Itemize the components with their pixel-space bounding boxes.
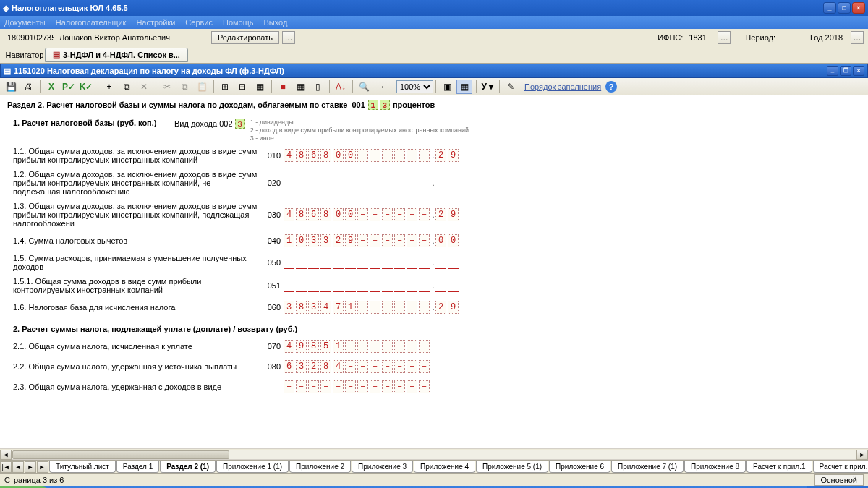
- digit-cell[interactable]: [394, 234, 405, 247]
- digit-cell[interactable]: [308, 380, 319, 393]
- sheet-tab[interactable]: Расчет к прил.5: [813, 461, 868, 473]
- sheet-tab[interactable]: Приложение 5 (1): [476, 461, 548, 473]
- digit-cell[interactable]: [333, 176, 344, 189]
- digit-cell[interactable]: [370, 149, 380, 162]
- digit-cell[interactable]: [296, 176, 307, 189]
- form-icon[interactable]: ▯: [310, 80, 326, 94]
- digit-cell[interactable]: [370, 176, 380, 189]
- help-icon[interactable]: ?: [605, 81, 617, 93]
- digit-cell[interactable]: [382, 208, 393, 221]
- digit-cell[interactable]: 4: [284, 149, 294, 162]
- digit-cell[interactable]: [419, 380, 430, 393]
- digit-cell[interactable]: [345, 279, 356, 292]
- digit-cell[interactable]: 2: [435, 301, 446, 314]
- digit-cell[interactable]: 2: [333, 234, 344, 247]
- copy-row-icon[interactable]: ⧉: [119, 80, 135, 94]
- digit-cell[interactable]: [407, 301, 417, 314]
- digit-cell[interactable]: [435, 279, 446, 292]
- digit-cell[interactable]: 9: [448, 301, 459, 314]
- digit-cell[interactable]: [308, 256, 319, 269]
- digit-cell[interactable]: [370, 208, 380, 221]
- digit-cell[interactable]: 6: [284, 360, 294, 373]
- sheet-tab[interactable]: Приложение 4: [414, 461, 475, 473]
- digit-cell[interactable]: 0: [448, 234, 459, 247]
- digit-cell[interactable]: [345, 256, 356, 269]
- sheet-tab[interactable]: Приложение 6: [549, 461, 610, 473]
- digit-cell[interactable]: [320, 380, 331, 393]
- view2-icon[interactable]: ▦: [456, 80, 472, 94]
- check-k-icon[interactable]: K✓: [78, 80, 94, 94]
- digit-cell[interactable]: [333, 256, 344, 269]
- inner-maximize-button[interactable]: ❐: [840, 66, 851, 76]
- digit-cell[interactable]: [394, 360, 405, 373]
- digit-cell[interactable]: [357, 301, 368, 314]
- sheet-tab[interactable]: Приложение 1 (1): [216, 461, 289, 473]
- digit-cell[interactable]: [296, 256, 307, 269]
- digit-cell[interactable]: 1: [333, 340, 344, 353]
- maximize-button[interactable]: □: [838, 2, 851, 14]
- digit-cell[interactable]: 9: [345, 234, 356, 247]
- goto-icon[interactable]: →: [373, 80, 389, 94]
- digit-cell[interactable]: 3: [296, 360, 307, 373]
- digit-cell[interactable]: [370, 380, 380, 393]
- menu-taxpayer[interactable]: Налогоплательщик: [56, 18, 127, 27]
- more-button[interactable]: …: [282, 31, 295, 44]
- income-type-value[interactable]: 3: [235, 119, 245, 129]
- taxpayer-inn[interactable]: [4, 31, 56, 44]
- digit-cell[interactable]: 8: [320, 149, 331, 162]
- digit-cell[interactable]: [357, 380, 368, 393]
- sheet-tab[interactable]: Приложение 3: [352, 461, 413, 473]
- navigator-tab[interactable]: ▤ 3-НДФЛ и 4-НДФЛ. Список в...: [45, 48, 188, 62]
- tree2-icon[interactable]: ⊟: [234, 80, 250, 94]
- digit-cell[interactable]: 3: [308, 234, 319, 247]
- digit-cell[interactable]: [284, 279, 294, 292]
- digit-cell[interactable]: [407, 234, 417, 247]
- digit-cell[interactable]: [394, 380, 405, 393]
- sheet-tab[interactable]: Расчет к прил.1: [746, 461, 812, 473]
- menu-exit[interactable]: Выход: [264, 18, 288, 27]
- digit-cell[interactable]: 8: [320, 208, 331, 221]
- digit-cell[interactable]: [370, 360, 380, 373]
- digit-cell[interactable]: [345, 380, 356, 393]
- digit-cell[interactable]: [370, 234, 380, 247]
- digit-cell[interactable]: [394, 256, 405, 269]
- digit-cell[interactable]: 0: [345, 149, 356, 162]
- sheet-tab[interactable]: Приложение 8: [684, 461, 746, 473]
- digit-cell[interactable]: 4: [320, 301, 331, 314]
- print-icon[interactable]: 🖨: [20, 80, 36, 94]
- digit-cell[interactable]: 8: [320, 360, 331, 373]
- digit-cell[interactable]: 2: [308, 360, 319, 373]
- digit-cell[interactable]: [296, 279, 307, 292]
- digit-cell[interactable]: [357, 279, 368, 292]
- menu-service[interactable]: Сервис: [185, 18, 213, 27]
- digit-cell[interactable]: [419, 176, 430, 189]
- digit-cell[interactable]: 2: [435, 208, 446, 221]
- digit-cell[interactable]: [357, 360, 368, 373]
- close-button[interactable]: ×: [852, 2, 865, 14]
- digit-cell[interactable]: 7: [333, 301, 344, 314]
- taxpayer-name[interactable]: [56, 31, 208, 44]
- digit-cell[interactable]: [382, 360, 393, 373]
- digit-cell[interactable]: [382, 256, 393, 269]
- digit-cell[interactable]: [407, 279, 417, 292]
- digit-cell[interactable]: [284, 176, 294, 189]
- digit-cell[interactable]: [419, 301, 430, 314]
- inner-close-button[interactable]: ×: [853, 66, 864, 76]
- digit-cell[interactable]: 4: [333, 360, 344, 373]
- y-dropdown[interactable]: У ▾: [480, 80, 495, 94]
- digit-cell[interactable]: 0: [435, 234, 446, 247]
- excel-icon[interactable]: X: [43, 80, 59, 94]
- digit-cell[interactable]: 9: [448, 208, 459, 221]
- period-more-button[interactable]: …: [851, 31, 864, 44]
- zoom-select[interactable]: 100%: [396, 80, 433, 93]
- digit-cell[interactable]: [345, 340, 356, 353]
- sort-icon[interactable]: A↓: [333, 80, 349, 94]
- digit-cell[interactable]: [407, 380, 417, 393]
- digit-cell[interactable]: 8: [296, 301, 307, 314]
- digit-cell[interactable]: [370, 340, 380, 353]
- digit-cell[interactable]: [407, 340, 417, 353]
- sheet-tab[interactable]: Приложение 7 (1): [611, 461, 684, 473]
- ifns-more-button[interactable]: …: [718, 31, 731, 44]
- digit-cell[interactable]: [320, 176, 331, 189]
- menu-documents[interactable]: Документы: [4, 18, 46, 27]
